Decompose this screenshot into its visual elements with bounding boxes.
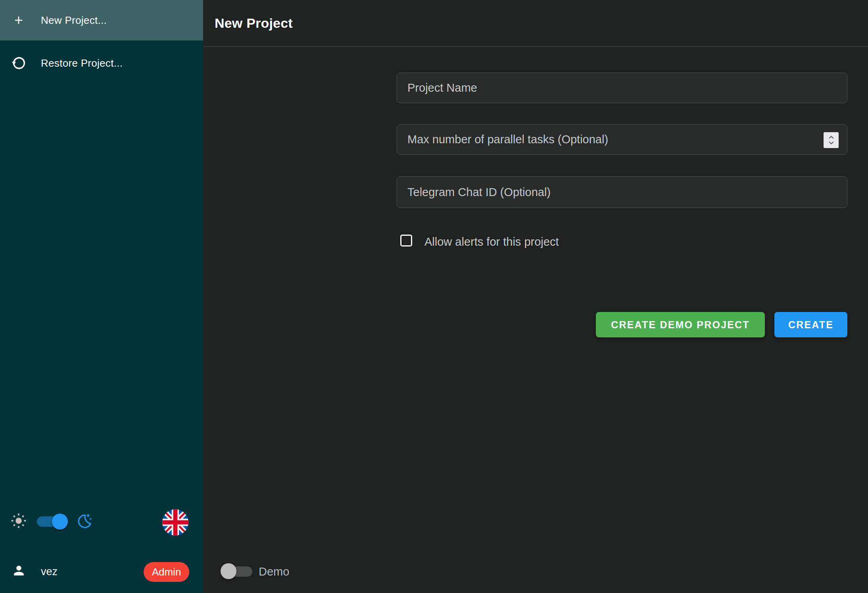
allow-alerts-row: Allow alerts for this project [397, 233, 714, 250]
username: vez [41, 558, 58, 585]
moon-icon [77, 513, 93, 529]
demo-toggle-row: Demo [203, 558, 441, 585]
app-window: New Project... Restore Project... [0, 0, 868, 593]
demo-toggle-label: Demo [259, 558, 289, 585]
sun-icon [10, 512, 27, 529]
theme-row [0, 509, 203, 537]
allow-alerts-checkbox[interactable] [400, 235, 412, 246]
user-row: vez Admin [0, 558, 203, 585]
telegram-chat-id-input[interactable] [397, 176, 847, 208]
plus-icon [12, 14, 25, 27]
create-button[interactable]: CREATE [774, 312, 847, 337]
uk-flag-icon[interactable] [162, 509, 188, 535]
page-title: New Project [215, 0, 293, 46]
sidebar-item-label: New Project... [41, 14, 107, 27]
sidebar-item-label: Restore Project... [41, 57, 123, 69]
restore-icon [11, 55, 27, 71]
allow-alerts-label: Allow alerts for this project [424, 233, 559, 250]
number-stepper[interactable] [824, 132, 839, 148]
admin-badge: Admin [144, 562, 189, 582]
create-demo-project-button[interactable]: CREATE DEMO PROJECT [596, 312, 765, 337]
page-header: New Project [203, 0, 868, 47]
person-icon [12, 563, 26, 578]
max-parallel-tasks-input[interactable] [397, 124, 847, 155]
sidebar: New Project... Restore Project... [0, 0, 203, 593]
main-content: New Project Allow alerts for this projec… [203, 0, 868, 593]
theme-toggle-thumb [52, 514, 68, 529]
sidebar-item-restore-project[interactable]: Restore Project... [0, 40, 203, 86]
sidebar-item-new-project[interactable]: New Project... [0, 0, 203, 40]
demo-toggle-thumb [221, 563, 236, 579]
project-name-input[interactable] [397, 73, 847, 103]
